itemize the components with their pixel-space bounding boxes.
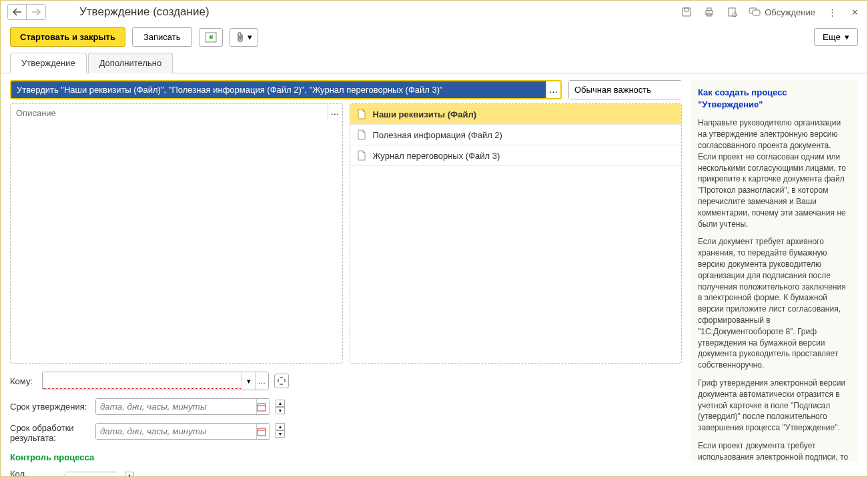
- to-field: ▾ …: [42, 372, 269, 390]
- to-ellipsis-button[interactable]: …: [255, 372, 268, 390]
- step-up-button[interactable]: ▲: [125, 472, 134, 477]
- description-ellipsis-button[interactable]: …: [328, 104, 342, 119]
- close-icon[interactable]: ✕: [849, 6, 861, 18]
- help-paragraph: Направьте руководителю организации на ут…: [698, 117, 851, 229]
- result-deadline-field: [95, 423, 270, 440]
- step-up-button[interactable]: ▲: [276, 400, 285, 407]
- deadline-stepper[interactable]: ▲ ▼: [276, 400, 285, 414]
- files-list: Наши реквизиты (Файл) Полезная информаци…: [350, 103, 683, 364]
- step-down-button[interactable]: ▼: [276, 430, 285, 438]
- redirect-button[interactable]: [199, 28, 223, 47]
- svg-rect-5: [729, 8, 735, 16]
- report-icon[interactable]: [726, 6, 738, 18]
- step-up-button[interactable]: ▲: [276, 423, 285, 430]
- forward-button[interactable]: [27, 5, 45, 19]
- page-title: Утверждение (создание): [79, 5, 209, 19]
- svg-rect-1: [685, 8, 689, 11]
- to-input[interactable]: [43, 373, 241, 389]
- cycles-field: [65, 472, 118, 478]
- term-label: Срок: не определен: [150, 474, 230, 478]
- discuss-link[interactable]: Обсуждение: [749, 7, 815, 17]
- file-row[interactable]: Журнал переговорных (Файл 3): [350, 145, 682, 166]
- save-icon[interactable]: [681, 6, 693, 18]
- to-label: Кому:: [10, 376, 37, 386]
- description-field: …: [10, 103, 343, 364]
- attach-button[interactable]: ▾: [230, 28, 258, 47]
- save-button[interactable]: Записать: [132, 27, 192, 47]
- help-paragraph: Если проект документа требует использова…: [698, 440, 851, 462]
- calendar-icon[interactable]: [256, 399, 270, 414]
- subject-input[interactable]: [11, 81, 546, 98]
- svg-rect-12: [258, 428, 266, 436]
- cycles-label: Кол. циклов:: [10, 469, 58, 477]
- chevron-down-icon: ▾: [248, 32, 252, 42]
- help-paragraph: Если документ требует архивного хранения…: [698, 236, 851, 371]
- nav-buttons: [7, 4, 46, 20]
- toolbar: Стартовать и закрыть Записать ▾ Еще▾: [1, 23, 867, 51]
- tab-additional[interactable]: Дополнительно: [88, 53, 173, 73]
- titlebar: Утверждение (создание) Обсуждение ⋮ ✕: [1, 1, 867, 23]
- file-row[interactable]: Наши реквизиты (Файл): [350, 104, 682, 125]
- subject-field-wrap: …: [10, 80, 562, 99]
- print-icon[interactable]: [703, 6, 715, 18]
- help-title: Как создать процесс "Утверждение": [698, 87, 851, 111]
- priority-input[interactable]: [569, 81, 692, 99]
- more-button[interactable]: Еще▾: [814, 28, 858, 46]
- file-icon: [357, 150, 366, 161]
- deadline-field: [95, 398, 270, 415]
- svg-rect-3: [707, 8, 711, 11]
- main-content: … ▾ // simulate selected appearance docu…: [10, 80, 682, 462]
- result-deadline-stepper[interactable]: ▲ ▼: [276, 423, 285, 438]
- section-control-header: Контроль процесса: [10, 452, 682, 462]
- priority-select[interactable]: ▾: [568, 80, 682, 99]
- chevron-down-icon[interactable]: ▾: [242, 372, 255, 390]
- deadline-label: Срок утверждения:: [10, 402, 90, 412]
- chevron-down-icon: ▾: [845, 32, 849, 42]
- cycles-stepper[interactable]: ▲ ▼: [125, 472, 134, 477]
- tab-bar: Утверждение Дополнительно: [1, 52, 867, 73]
- help-paragraph: Гриф утверждения электронной версии доку…: [698, 378, 851, 434]
- discuss-label: Обсуждение: [765, 7, 815, 17]
- chat-icon: [749, 7, 761, 17]
- calendar-icon[interactable]: [256, 424, 270, 439]
- result-deadline-label: Срок обработки результата:: [10, 423, 90, 443]
- file-icon: [357, 109, 366, 119]
- back-button[interactable]: [8, 5, 27, 19]
- step-down-button[interactable]: ▼: [276, 407, 285, 414]
- deadline-input[interactable]: [96, 399, 256, 414]
- svg-rect-0: [683, 8, 691, 16]
- svg-rect-10: [258, 404, 266, 411]
- description-textarea[interactable]: [11, 104, 328, 363]
- menu-dots-icon[interactable]: ⋮: [826, 6, 838, 18]
- file-label: Журнал переговорных (Файл 3): [373, 151, 500, 161]
- start-close-button[interactable]: Стартовать и закрыть: [10, 27, 125, 47]
- help-panel: Как создать процесс "Утверждение" Направ…: [691, 80, 858, 462]
- file-icon: [357, 129, 366, 140]
- to-expand-button[interactable]: [274, 374, 289, 388]
- file-row[interactable]: Полезная информация (Файл 2): [350, 125, 682, 145]
- result-deadline-input[interactable]: [96, 424, 256, 439]
- subject-ellipsis-button[interactable]: …: [546, 81, 560, 98]
- tab-approval[interactable]: Утверждение: [10, 53, 87, 73]
- svg-rect-8: [753, 10, 760, 15]
- file-label: Полезная информация (Файл 2): [373, 130, 502, 140]
- file-label: Наши реквизиты (Файл): [373, 109, 477, 119]
